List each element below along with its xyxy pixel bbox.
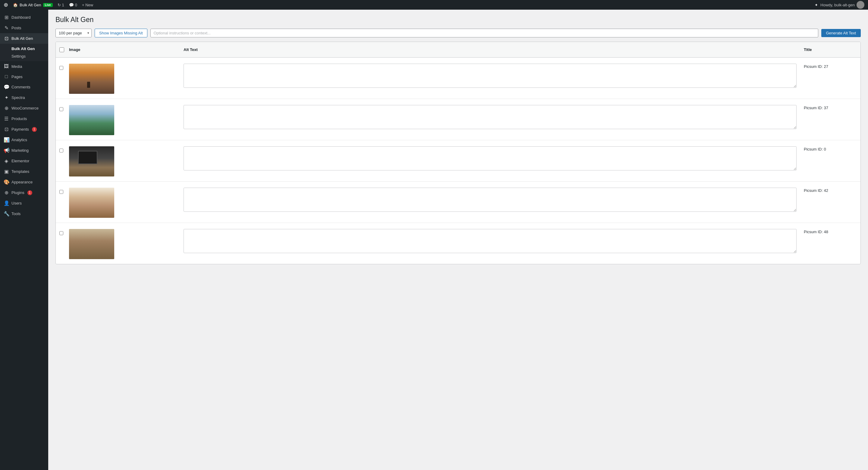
- sidebar-item-appearance[interactable]: 🎨 Appearance: [0, 177, 48, 187]
- live-badge: Live: [43, 3, 53, 7]
- image-thumb-3: [69, 146, 114, 176]
- site-name-link[interactable]: 🏠 Bulk Alt Gen Live: [13, 3, 53, 7]
- row-checkbox-1[interactable]: [59, 65, 63, 70]
- image-title-2: Picsum ID: 37: [804, 106, 828, 110]
- posts-icon: ✎: [4, 25, 9, 31]
- header-checkbox-cell: [56, 45, 65, 55]
- image-thumb-2: [69, 105, 114, 135]
- sidebar-item-pages[interactable]: □ Pages: [0, 71, 48, 82]
- row-alt-cell-3: [180, 143, 800, 172]
- sidebar-item-comments[interactable]: 💬 Comments: [0, 82, 48, 92]
- alt-text-input-4[interactable]: [184, 188, 797, 212]
- sidebar-item-marketing[interactable]: 📢 Marketing: [0, 145, 48, 156]
- sidebar-item-payments[interactable]: ⊡ Payments 1: [0, 124, 48, 135]
- sidebar-label-bulk-alt-gen: Bulk Alt Gen: [11, 36, 33, 41]
- alt-text-input-5[interactable]: [184, 229, 797, 253]
- sidebar-item-dashboard[interactable]: ⊞ Dashboard: [0, 12, 48, 23]
- sidebar-label-payments: Payments: [11, 127, 29, 131]
- table-row: Picsum ID: 37: [56, 99, 861, 140]
- sidebar-item-media[interactable]: 🖼 Media: [0, 61, 48, 71]
- row-image-cell-1: [65, 61, 180, 96]
- row-title-cell-2: Picsum ID: 37: [800, 102, 861, 112]
- comments-link[interactable]: 💬 0: [69, 3, 77, 7]
- show-missing-alt-button[interactable]: Show Images Missing Alt: [95, 29, 147, 37]
- image-title-4: Picsum ID: 42: [804, 188, 828, 193]
- sidebar-item-tools[interactable]: 🔧 Tools: [0, 208, 48, 219]
- table-row: Picsum ID: 27: [56, 58, 861, 99]
- alt-text-input-2[interactable]: [184, 105, 797, 129]
- row-alt-cell-4: [180, 185, 800, 213]
- image-title-5: Picsum ID: 48: [804, 230, 828, 234]
- avatar: [857, 1, 864, 9]
- sidebar-sub-bulk-alt-gen[interactable]: Bulk Alt Gen: [0, 45, 48, 53]
- row-checkbox-cell-3: [56, 143, 65, 155]
- sidebar-item-spectra[interactable]: ✦ Spectra: [0, 92, 48, 103]
- payments-badge: 1: [32, 127, 37, 132]
- sidebar-label-users: Users: [11, 201, 22, 205]
- row-checkbox-3[interactable]: [59, 148, 63, 153]
- media-icon: 🖼: [4, 64, 9, 69]
- row-image-cell-5: [65, 226, 180, 261]
- sidebar-label-pages: Pages: [11, 75, 23, 79]
- bulk-alt-gen-icon: ⊡: [4, 36, 9, 41]
- sidebar-item-bulk-alt-gen[interactable]: ⊡ Bulk Alt Gen: [0, 33, 48, 44]
- header-alt-text: Alt Text: [180, 46, 800, 54]
- row-checkbox-2[interactable]: [59, 107, 63, 112]
- update-link[interactable]: ↻ 1: [58, 3, 64, 7]
- elementor-icon: ◈: [4, 158, 9, 164]
- row-checkbox-cell-4: [56, 185, 65, 196]
- sidebar: ⊞ Dashboard ✎ Posts ⊡ Bulk Alt Gen Bulk …: [0, 10, 48, 470]
- sidebar-label-plugins: Plugins: [11, 190, 24, 195]
- sidebar-label-templates: Templates: [11, 169, 29, 174]
- sidebar-item-templates[interactable]: ▣ Templates: [0, 166, 48, 177]
- marketing-icon: 📢: [4, 148, 9, 153]
- row-title-cell-5: Picsum ID: 48: [800, 226, 861, 236]
- row-alt-cell-2: [180, 102, 800, 131]
- new-content-link[interactable]: + New: [82, 3, 93, 7]
- sidebar-item-analytics[interactable]: 📊 Analytics: [0, 135, 48, 145]
- optional-context-input[interactable]: [150, 29, 818, 37]
- alt-text-input-1[interactable]: [184, 64, 797, 88]
- row-title-cell-3: Picsum ID: 0: [800, 143, 861, 153]
- sidebar-sub-settings[interactable]: Settings: [0, 53, 48, 60]
- sidebar-label-tools: Tools: [11, 211, 21, 216]
- row-checkbox-cell-2: [56, 102, 65, 113]
- wordpress-icon[interactable]: ⊕: [4, 1, 8, 8]
- sidebar-label-spectra: Spectra: [11, 95, 25, 100]
- sidebar-item-users[interactable]: 👤 Users: [0, 198, 48, 208]
- sidebar-label-comments: Comments: [11, 85, 30, 89]
- header-title: Title: [800, 46, 861, 54]
- row-title-cell-4: Picsum ID: 42: [800, 185, 861, 195]
- howdy-text: Howdy, bulk-alt-gen: [820, 3, 855, 7]
- sidebar-submenu-bulk-alt-gen: Bulk Alt Gen Settings: [0, 44, 48, 61]
- row-checkbox-4[interactable]: [59, 189, 63, 194]
- howdy-menu[interactable]: Howdy, bulk-alt-gen: [820, 1, 864, 9]
- products-icon: ☰: [4, 116, 9, 122]
- row-image-cell-4: [65, 185, 180, 219]
- row-checkbox-5[interactable]: [59, 231, 63, 236]
- sidebar-item-plugins[interactable]: ⊕ Plugins 1: [0, 187, 48, 198]
- sidebar-item-elementor[interactable]: ◈ Elementor: [0, 156, 48, 166]
- sidebar-item-woocommerce[interactable]: ⊕ WooCommerce: [0, 103, 48, 113]
- table-row: Picsum ID: 0: [56, 140, 861, 182]
- admin-bar: ⊕ 🏠 Bulk Alt Gen Live ↻ 1 💬 0 + New ✦ Ho…: [0, 0, 868, 10]
- update-count: 1: [62, 3, 64, 7]
- image-thumb-1: [69, 64, 114, 94]
- alt-text-input-3[interactable]: [184, 146, 797, 171]
- sidebar-label-media: Media: [11, 64, 22, 69]
- sidebar-label-products: Products: [11, 116, 27, 121]
- image-thumb-4: [69, 188, 114, 218]
- ai-icon: ✦: [815, 3, 818, 7]
- new-label: + New: [82, 3, 93, 7]
- sidebar-label-marketing: Marketing: [11, 148, 29, 153]
- generate-alt-text-button[interactable]: Generate Alt Text: [821, 29, 861, 37]
- main-content: Bulk Alt Gen 10 per page 25 per page 50 …: [48, 10, 868, 470]
- row-alt-cell-5: [180, 226, 800, 255]
- per-page-select[interactable]: 10 per page 25 per page 50 per page 100 …: [56, 29, 92, 37]
- tools-icon: 🔧: [4, 211, 9, 216]
- appearance-icon: 🎨: [4, 179, 9, 185]
- toolbar: 10 per page 25 per page 50 per page 100 …: [56, 29, 861, 37]
- select-all-checkbox[interactable]: [59, 47, 64, 52]
- sidebar-item-posts[interactable]: ✎ Posts: [0, 23, 48, 33]
- sidebar-item-products[interactable]: ☰ Products: [0, 113, 48, 124]
